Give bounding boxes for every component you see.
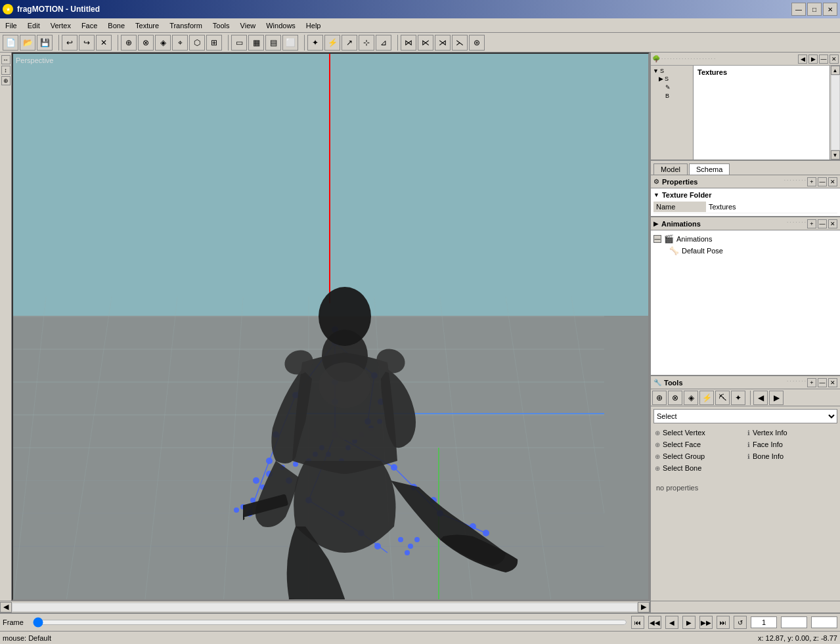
tools-tb-prev[interactable]: ◀ bbox=[753, 391, 768, 405]
maximize-button[interactable]: □ bbox=[807, 3, 822, 16]
frame-start-btn[interactable]: ⏮ bbox=[631, 616, 644, 629]
tool-select-vertex[interactable]: ⊕ Select Vertex bbox=[653, 427, 745, 438]
anim-btn1[interactable]: + bbox=[807, 219, 816, 228]
scroll-down-btn[interactable]: ▼ bbox=[831, 150, 840, 160]
h-scrollbar[interactable] bbox=[12, 603, 638, 612]
menu-transform[interactable]: Transform bbox=[164, 20, 208, 31]
tb-tool6[interactable]: ⊞ bbox=[206, 35, 222, 51]
tool-select-group[interactable]: ⊕ Select Group bbox=[653, 451, 745, 462]
tb-tool3[interactable]: ◈ bbox=[155, 35, 171, 51]
minimize-button[interactable]: — bbox=[791, 3, 806, 16]
h-scroll-right[interactable]: ▶ bbox=[638, 602, 650, 612]
tb-extra5[interactable]: ⊛ bbox=[469, 35, 485, 51]
tools-tb4[interactable]: ⚡ bbox=[699, 391, 714, 405]
anim-root[interactable]: — 🎬 Animations bbox=[653, 233, 837, 245]
tab-schema[interactable]: Schema bbox=[689, 163, 730, 175]
h-scroll-left[interactable]: ◀ bbox=[0, 602, 12, 612]
tree-close[interactable]: ✕ bbox=[829, 54, 839, 64]
menu-bone[interactable]: Bone bbox=[102, 20, 130, 31]
tb-anim1[interactable]: ✦ bbox=[307, 35, 323, 51]
left-scroll-btn3[interactable]: ⊕ bbox=[1, 76, 11, 85]
tb-extra3[interactable]: ⋊ bbox=[435, 35, 451, 51]
viewport[interactable]: Perspective bbox=[12, 53, 650, 601]
tree-btn3[interactable]: — bbox=[819, 54, 828, 64]
tb-extra4[interactable]: ⋋ bbox=[452, 35, 468, 51]
tb-anim4[interactable]: ⊹ bbox=[359, 35, 374, 51]
menu-edit[interactable]: Edit bbox=[22, 20, 45, 31]
tree-btn1[interactable]: ◀ bbox=[798, 54, 807, 64]
tab-model[interactable]: Model bbox=[653, 163, 688, 175]
menu-vertex[interactable]: Vertex bbox=[45, 20, 76, 31]
menu-texture[interactable]: Texture bbox=[130, 20, 164, 31]
frame-end[interactable] bbox=[811, 616, 837, 628]
tools-close[interactable]: ✕ bbox=[828, 378, 837, 387]
tb-tool2[interactable]: ⊗ bbox=[138, 35, 154, 51]
left-scroll-btn1[interactable]: ↔ bbox=[1, 55, 11, 64]
tb-anim2[interactable]: ⚡ bbox=[324, 35, 340, 51]
tb-tool1[interactable]: ⊕ bbox=[121, 35, 137, 51]
tools-btn2[interactable]: — bbox=[818, 378, 827, 387]
frame-next-btn[interactable]: ▶ bbox=[682, 616, 696, 629]
tb-redo[interactable]: ↪ bbox=[79, 35, 95, 51]
tb-tool4[interactable]: ⌖ bbox=[172, 35, 188, 51]
anim-expand[interactable]: — bbox=[653, 235, 661, 243]
menu-face[interactable]: Face bbox=[76, 20, 102, 31]
props-btn1[interactable]: + bbox=[807, 177, 816, 186]
left-scroll-btn2[interactable]: ↕ bbox=[1, 66, 11, 75]
tree-scene-node[interactable]: ▼ S bbox=[652, 67, 692, 75]
tool-select-bone[interactable]: ⊕ Select Bone bbox=[653, 463, 745, 473]
tools-tb-next[interactable]: ▶ bbox=[769, 391, 784, 405]
frame-end-btn[interactable]: ⏭ bbox=[717, 616, 730, 629]
tree-leaf1[interactable]: ✎ bbox=[652, 83, 692, 91]
tools-tb5[interactable]: ⛏ bbox=[715, 391, 730, 405]
tools-tb3[interactable]: ◈ bbox=[684, 391, 698, 405]
tb-open[interactable]: 📂 bbox=[20, 35, 35, 51]
menu-view[interactable]: View bbox=[235, 20, 261, 31]
props-name-value[interactable]: Textures bbox=[706, 202, 837, 212]
tool-select-face[interactable]: ⊕ Select Face bbox=[653, 439, 745, 450]
menu-windows[interactable]: Windows bbox=[261, 20, 301, 31]
tb-view2[interactable]: ▦ bbox=[248, 35, 264, 51]
tb-tool5[interactable]: ⬡ bbox=[189, 35, 205, 51]
tb-undo[interactable]: ↩ bbox=[62, 35, 77, 51]
anim-child[interactable]: 🦴 Default Pose bbox=[653, 245, 837, 257]
scroll-up-btn[interactable]: ▲ bbox=[831, 66, 840, 75]
tree-scrollbar[interactable]: ▲ ▼ bbox=[829, 66, 840, 160]
props-close[interactable]: ✕ bbox=[828, 177, 837, 186]
frame-slider[interactable] bbox=[33, 618, 627, 627]
close-button[interactable]: ✕ bbox=[823, 3, 837, 16]
tree-btn2[interactable]: ▶ bbox=[808, 54, 818, 64]
tb-extra1[interactable]: ⋈ bbox=[401, 35, 416, 51]
tools-btn1[interactable]: + bbox=[807, 378, 816, 387]
menu-file[interactable]: File bbox=[0, 20, 22, 31]
frame-prev-prev-btn[interactable]: ◀◀ bbox=[648, 616, 661, 629]
tools-tb6[interactable]: ✦ bbox=[731, 391, 745, 405]
frame-next-next-btn[interactable]: ▶▶ bbox=[699, 616, 713, 629]
tool-face-info[interactable]: ℹ Face Info bbox=[746, 439, 837, 450]
tb-delete[interactable]: ✕ bbox=[96, 35, 112, 51]
tools-select[interactable]: Select bbox=[653, 409, 837, 423]
menu-help[interactable]: Help bbox=[301, 20, 326, 31]
tb-view3[interactable]: ▤ bbox=[265, 35, 281, 51]
anim-btn2[interactable]: — bbox=[818, 219, 827, 228]
tree-s-child[interactable]: ▶ S bbox=[652, 75, 692, 82]
tool-bone-info[interactable]: ℹ Bone Info bbox=[746, 451, 837, 462]
frame-loop-btn[interactable]: ↺ bbox=[734, 616, 747, 629]
tool-vertex-info[interactable]: ℹ Vertex Info bbox=[746, 427, 837, 438]
frame-current[interactable] bbox=[751, 616, 777, 628]
tb-view1[interactable]: ▭ bbox=[231, 35, 247, 51]
anim-close[interactable]: ✕ bbox=[828, 219, 837, 228]
tb-new[interactable]: 📄 bbox=[3, 35, 18, 51]
tb-anim3[interactable]: ↗ bbox=[342, 35, 357, 51]
frame-start[interactable] bbox=[781, 616, 807, 628]
tree-leaf2[interactable]: B bbox=[652, 91, 692, 99]
menu-tools[interactable]: Tools bbox=[208, 20, 235, 31]
tb-anim5[interactable]: ⊿ bbox=[376, 35, 391, 51]
tools-tb2[interactable]: ⊗ bbox=[668, 391, 682, 405]
props-btn2[interactable]: — bbox=[818, 177, 827, 186]
tb-extra2[interactable]: ⋉ bbox=[418, 35, 433, 51]
frame-prev-btn[interactable]: ◀ bbox=[665, 616, 678, 629]
tools-tb1[interactable]: ⊕ bbox=[652, 391, 667, 405]
tb-save[interactable]: 💾 bbox=[37, 35, 53, 51]
tb-view4[interactable]: ⬜ bbox=[282, 35, 298, 51]
